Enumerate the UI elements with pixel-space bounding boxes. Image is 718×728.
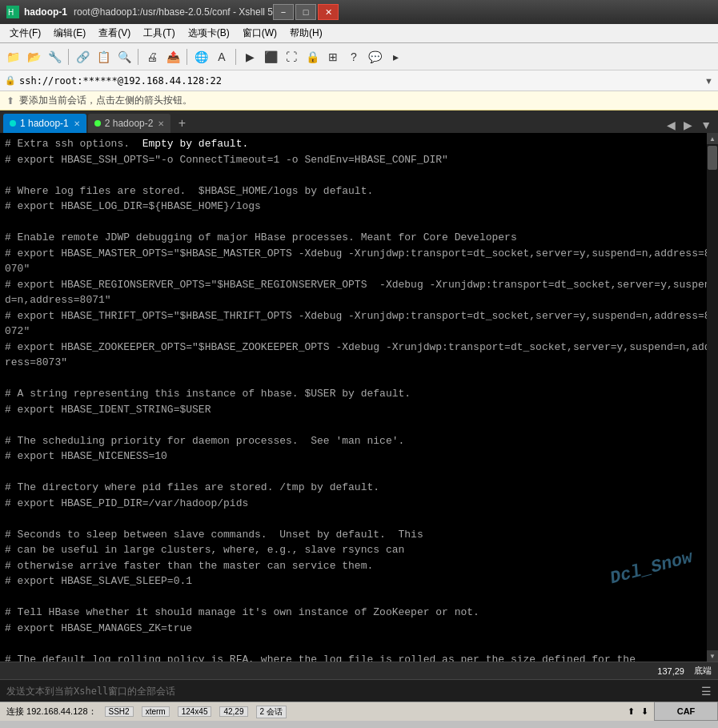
scrollbar[interactable]: ▲ ▼ (707, 133, 718, 662)
caf-badge: CAF (654, 702, 718, 721)
terminal-content: # Extra ssh options. Empty by default. #… (5, 136, 713, 662)
menu-view[interactable]: 查看(V) (92, 25, 137, 42)
menu-window[interactable]: 窗口(W) (236, 25, 283, 42)
address-bar: 🔒 ▼ (0, 70, 718, 91)
new-session-button[interactable]: 📁 (3, 47, 22, 66)
scroll-down-button[interactable]: ▼ (707, 650, 718, 662)
grid-button[interactable]: ⊞ (323, 47, 343, 66)
scroll-up-button[interactable]: ▲ (707, 133, 718, 144)
terminal-status-bar: 137,29 底端 (0, 662, 718, 679)
fullscreen-button[interactable]: ⛶ (282, 47, 301, 66)
coords-badge: 42,29 (219, 706, 247, 717)
help-button[interactable]: ? (344, 47, 363, 66)
toolbar-btn8[interactable]: 📤 (163, 47, 183, 66)
ssl-lock-icon: 🔒 (5, 75, 16, 86)
window-controls: − □ ✕ (273, 4, 339, 20)
search-button[interactable]: 🔍 (114, 47, 134, 66)
connection-info: 连接 192.168.44.128： (6, 706, 97, 718)
maximize-button[interactable]: □ (295, 4, 316, 20)
app-label: hadoop-1 (24, 6, 67, 18)
toolbar-sep2 (138, 49, 138, 65)
toolbar: 📁 📂 🔧 🔗 📋 🔍 🖨 📤 🌐 A ▶ ⬛ ⛶ 🔒 ⊞ ? 💬 ▸ (0, 43, 718, 70)
toolbar-sep1 (68, 49, 69, 65)
tab-nav-menu[interactable]: ▼ (697, 117, 715, 133)
print-button[interactable]: 🖨 (142, 47, 162, 66)
window-title: root@hadoop1:/usr/hbase-2.0.5/conf - Xsh… (74, 6, 273, 18)
scroll-thumb[interactable] (708, 146, 717, 170)
open-button[interactable]: 📂 (24, 47, 43, 66)
notif-arrow-icon: ⬆ (6, 95, 14, 107)
globe-button[interactable]: 🌐 (191, 47, 211, 66)
tab-nav-left[interactable]: ◀ (664, 117, 679, 133)
sessions-badge: 2 会话 (256, 706, 287, 718)
notification-bar: ⬆ 要添加当前会话，点击左侧的箭头按钮。 (0, 91, 718, 111)
terminal[interactable]: # Extra ssh options. Empty by default. #… (0, 133, 718, 662)
input-bar: ☰ (0, 679, 718, 702)
menu-bar: 文件(F) 编辑(E) 查看(V) 工具(T) 选项卡(B) 窗口(W) 帮助(… (0, 24, 718, 43)
size-badge: 124x45 (178, 706, 212, 717)
tab-label-1: 1 hadoop-1 (20, 118, 69, 129)
transfer-button[interactable]: 📋 (94, 47, 113, 66)
send-input[interactable] (6, 686, 696, 697)
bottom-status-bar: 连接 192.168.44.128： SSH2 xterm 124x45 42,… (0, 702, 718, 721)
tab-bar: 1 hadoop-1 ✕ 2 hadoop-2 ✕ + ◀ ▶ ▼ (0, 111, 718, 133)
menu-file[interactable]: 文件(F) (3, 25, 47, 42)
menu-tabs[interactable]: 选项卡(B) (182, 25, 236, 42)
play-button[interactable]: ▶ (240, 47, 259, 66)
send-button[interactable]: ☰ (701, 685, 712, 698)
tab-dot-1 (10, 120, 16, 127)
terminal-mode: 底端 (694, 665, 712, 677)
tab-label-2: 2 hadoop-2 (105, 118, 154, 129)
tab-nav: ◀ ▶ ▼ (664, 117, 715, 133)
menu-edit[interactable]: 编辑(E) (47, 25, 92, 42)
font-button[interactable]: A (212, 47, 231, 66)
tab-close-2[interactable]: ✕ (158, 119, 164, 128)
address-input[interactable] (19, 75, 701, 86)
toolbar-btn3[interactable]: 🔧 (45, 47, 64, 66)
close-button[interactable]: ✕ (318, 4, 339, 20)
minimize-button[interactable]: − (273, 4, 294, 20)
app-icon: H (6, 6, 19, 18)
terminal-wrapper: # Extra ssh options. Empty by default. #… (0, 133, 718, 662)
terminal-type-badge: xterm (142, 706, 170, 717)
notification-text: 要添加当前会话，点击左侧的箭头按钮。 (19, 94, 192, 107)
upload-icon[interactable]: ⬆ (628, 706, 635, 717)
terminal-pos: 137,29 (657, 666, 684, 676)
toolbar-more[interactable]: ▸ (386, 47, 405, 66)
comment-button[interactable]: 💬 (365, 47, 384, 66)
toolbar-sep3 (187, 49, 187, 65)
menu-tools[interactable]: 工具(T) (137, 25, 181, 42)
tab-nav-right[interactable]: ▶ (680, 117, 696, 133)
title-bar: H hadoop-1 root@hadoop1:/usr/hbase-2.0.5… (0, 0, 718, 24)
tab-hadoop1[interactable]: 1 hadoop-1 ✕ (3, 114, 86, 133)
tab-dot-2 (94, 120, 101, 127)
protocol-badge: SSH2 (105, 706, 134, 717)
lock-button[interactable]: 🔒 (303, 47, 322, 66)
new-tab-button[interactable]: + (172, 114, 191, 133)
svg-text:H: H (8, 8, 14, 17)
toolbar-sep4 (235, 49, 236, 65)
tab-close-1[interactable]: ✕ (74, 119, 80, 128)
menu-help[interactable]: 帮助(H) (283, 25, 329, 42)
connect-button[interactable]: 🔗 (73, 47, 92, 66)
stop-button[interactable]: ⬛ (261, 47, 280, 66)
tab-hadoop2[interactable]: 2 hadoop-2 ✕ (88, 114, 171, 133)
download-icon[interactable]: ⬇ (641, 706, 648, 717)
address-arrow-icon[interactable]: ▼ (704, 76, 713, 86)
